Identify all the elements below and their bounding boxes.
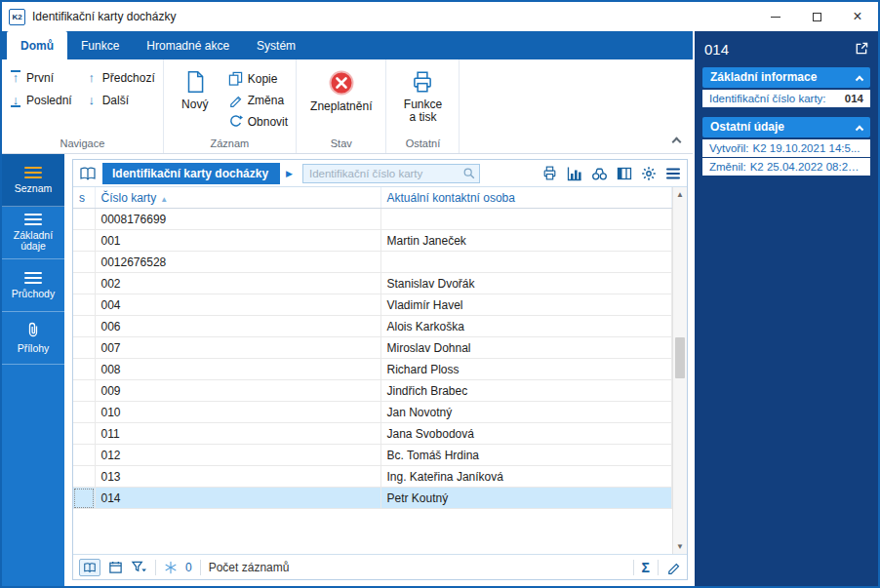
sum-button[interactable]: Σ [642, 560, 650, 575]
view-toggle-button[interactable] [79, 559, 100, 576]
next-button[interactable]: ↓ Další [86, 94, 155, 107]
close-button[interactable]: × [837, 2, 878, 31]
row-marker-cell[interactable] [73, 359, 95, 380]
calendar-button[interactable] [108, 560, 123, 574]
table-row[interactable]: 0012676528 [73, 252, 672, 273]
tab-funkce[interactable]: Funkce [67, 31, 133, 59]
row-marker-cell[interactable] [73, 252, 95, 273]
table-row[interactable]: 009 Jindřich Brabec [73, 380, 672, 402]
row-marker-cell[interactable] [73, 423, 95, 445]
minimize-button[interactable] [755, 2, 796, 31]
edit-button[interactable]: Změna [228, 93, 288, 107]
vertical-scrollbar[interactable]: ▲ ▼ [672, 187, 687, 554]
row-marker-cell[interactable] [73, 294, 95, 316]
contact-person-cell[interactable]: Stanislav Dvořák [380, 273, 672, 294]
card-number-cell[interactable]: 013 [95, 466, 380, 488]
print-button[interactable] [541, 165, 558, 181]
contact-person-cell[interactable]: Richard Ploss [380, 359, 672, 380]
new-button[interactable]: Nový [172, 64, 219, 111]
popout-button[interactable] [854, 41, 868, 56]
col-header-card[interactable]: Číslo karty▲ [95, 187, 380, 209]
contact-person-cell[interactable]: Alois Karkoška [380, 316, 672, 337]
contact-person-cell[interactable]: Jan Novotný [380, 402, 672, 423]
row-marker-cell[interactable] [73, 380, 95, 402]
card-number-cell[interactable]: 006 [95, 316, 380, 337]
tab-hromadne-akce[interactable]: Hromadné akce [133, 31, 243, 59]
card-number-cell[interactable]: 0012676528 [95, 252, 380, 273]
card-number-cell[interactable]: 008 [95, 359, 380, 380]
table-row[interactable]: 0008176699 [73, 209, 672, 230]
card-number-cell[interactable]: 001 [95, 230, 380, 252]
card-number-cell[interactable]: 004 [95, 294, 380, 316]
card-number-cell[interactable]: 002 [95, 273, 380, 294]
scrollbar-thumb[interactable] [675, 337, 685, 378]
play-icon[interactable]: ▶ [286, 169, 293, 178]
card-number-cell[interactable]: 007 [95, 337, 380, 359]
filter-button[interactable] [131, 560, 147, 574]
refresh-button[interactable]: Obnovit [228, 114, 288, 129]
section-other-info[interactable]: Ostatní údaje [702, 117, 870, 137]
row-marker-cell[interactable] [73, 402, 95, 423]
row-marker-cell[interactable] [73, 445, 95, 466]
contact-person-cell[interactable] [380, 252, 672, 273]
col-header-person[interactable]: Aktuální kontaktní osoba [380, 187, 672, 209]
card-number-cell[interactable]: 010 [95, 402, 380, 423]
binoculars-button[interactable] [591, 166, 608, 181]
table-row[interactable]: 011 Jana Svobodová [73, 423, 672, 445]
table-row[interactable]: 013 Ing. Kateřina Janíková [73, 466, 672, 488]
row-marker-cell[interactable] [73, 273, 95, 294]
sidebar-item-seznam[interactable]: Seznam [2, 154, 64, 207]
table-row[interactable]: 006 Alois Karkoška [73, 316, 672, 337]
section-basic-info[interactable]: Základní informace [702, 67, 870, 88]
table-row[interactable]: 001 Martin Janeček [73, 230, 672, 252]
edit-record-button[interactable] [666, 560, 681, 574]
contact-person-cell[interactable]: Miroslav Dohnal [380, 337, 672, 359]
contact-person-cell[interactable] [380, 209, 672, 230]
row-marker-cell[interactable] [73, 230, 95, 252]
first-button[interactable]: ↑ První [10, 71, 72, 85]
card-number-cell[interactable]: 012 [95, 445, 380, 466]
contact-person-cell[interactable]: Jana Svobodová [380, 423, 672, 445]
tab-domu[interactable]: Domů [7, 31, 67, 59]
functions-print-button[interactable]: Funkce a tisk [394, 64, 451, 124]
previous-button[interactable]: ↑ Předchozí [86, 71, 155, 85]
contact-person-cell[interactable]: Ing. Kateřina Janíková [380, 466, 672, 488]
row-marker-cell[interactable] [73, 488, 95, 509]
scroll-up-icon[interactable]: ▲ [673, 187, 687, 202]
card-number-cell[interactable]: 009 [95, 380, 380, 402]
card-number-cell[interactable]: 014 [95, 488, 380, 509]
sidebar-item-zakladni-udaje[interactable]: Základní údaje [2, 207, 64, 259]
columns-button[interactable] [617, 166, 632, 181]
row-marker-cell[interactable] [73, 209, 95, 230]
menu-button[interactable] [665, 167, 681, 180]
invalidate-button[interactable]: Zneplatnění [304, 64, 378, 113]
scroll-down-icon[interactable]: ▼ [673, 539, 687, 554]
settings-button[interactable] [641, 166, 657, 181]
table-row[interactable]: 002 Stanislav Dvořák [73, 273, 672, 294]
contact-person-cell[interactable]: Jindřich Brabec [380, 380, 672, 402]
sidebar-item-prilohy[interactable]: Přílohy [2, 312, 64, 365]
sidebar-item-pruchody[interactable]: Průchody [2, 259, 64, 312]
row-marker-cell[interactable] [73, 337, 95, 359]
search-input[interactable] [302, 164, 480, 183]
card-number-cell[interactable]: 0008176699 [95, 209, 380, 230]
contact-person-cell[interactable]: Martin Janeček [380, 230, 672, 252]
col-header-s[interactable]: s [73, 187, 95, 209]
contact-person-cell[interactable]: Vladimír Havel [380, 294, 672, 316]
tab-system[interactable]: Systém [243, 31, 309, 59]
snowflake-button[interactable] [164, 561, 178, 574]
contact-person-cell[interactable]: Bc. Tomáš Hrdina [380, 445, 672, 466]
maximize-button[interactable] [796, 2, 837, 31]
chart-button[interactable] [567, 166, 582, 181]
table-row[interactable]: 007 Miroslav Dohnal [73, 337, 672, 359]
contact-person-cell[interactable]: Petr Koutný [380, 488, 672, 509]
last-button[interactable]: ↓ Poslední [10, 94, 72, 107]
table-row[interactable]: 010 Jan Novotný [73, 402, 672, 423]
row-marker-cell[interactable] [73, 316, 95, 337]
copy-button[interactable]: Kopie [228, 71, 288, 86]
table-row[interactable]: 004 Vladimír Havel [73, 294, 672, 316]
table-row[interactable]: 012 Bc. Tomáš Hrdina [73, 445, 672, 466]
ribbon-collapse-button[interactable] [669, 136, 683, 145]
table-row[interactable]: 008 Richard Ploss [73, 359, 672, 380]
row-marker-cell[interactable] [73, 466, 95, 488]
